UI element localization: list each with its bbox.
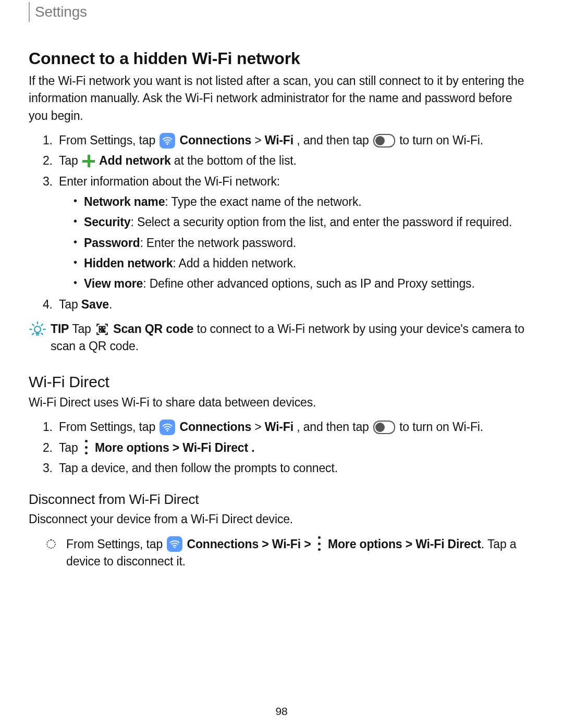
tip-row: TIP Tap Scan QR code to connect to a Wi-…: [29, 320, 534, 355]
page-header: Settings: [29, 0, 534, 22]
wifi-label: Wi-Fi: [272, 537, 301, 551]
connections-label: Connections: [180, 133, 252, 147]
svg-point-1: [34, 326, 41, 332]
header-title: Settings: [35, 4, 87, 20]
svg-point-5: [167, 430, 168, 431]
subitem-password: Password: Enter the network password.: [74, 235, 534, 252]
subitem-security: Security: Select a security option from …: [74, 214, 534, 231]
wifi-label: Wi-Fi: [265, 420, 293, 434]
section-hidden-wifi-intro: If the Wi-Fi network you want is not lis…: [29, 72, 534, 125]
section-wifi-direct-steps: From Settings, tap Connections > Wi-Fi ,…: [45, 418, 534, 477]
tip-body: TIP Tap Scan QR code to connect to a Wi-…: [51, 320, 534, 355]
qr-icon: [95, 323, 109, 336]
subitem-network-name: Network name: Type the exact name of the…: [74, 193, 534, 211]
wifi-label: Wi-Fi: [265, 133, 293, 147]
step-1: From Settings, tap Connections > Wi-Fi ,…: [56, 132, 534, 149]
subitem-view-more: View more: Define other advanced options…: [74, 275, 534, 292]
svg-rect-4: [100, 330, 102, 332]
add-network-label: Add network: [99, 154, 171, 167]
svg-point-0: [167, 143, 168, 145]
wifi-direct-label: Wi-Fi Direct: [415, 537, 481, 551]
more-options-label: More options: [328, 537, 402, 551]
section-hidden-wifi-title: Connect to a hidden Wi-Fi network: [29, 49, 534, 68]
svg-point-6: [174, 547, 176, 548]
section-hidden-wifi-steps: From Settings, tap Connections > Wi-Fi ,…: [45, 132, 534, 313]
step-3: Enter information about the Wi-Fi networ…: [56, 173, 534, 293]
step-3-subitems: Network name: Type the exact name of the…: [74, 193, 534, 293]
wifi-direct-label: Wi-Fi Direct: [182, 441, 248, 454]
toggle-off-icon: [373, 134, 395, 147]
section-disconnect-title: Disconnect from Wi-Fi Direct: [29, 491, 534, 508]
wd-step-2: Tap More options > Wi-Fi Direct .: [56, 439, 534, 456]
lightbulb-icon: [29, 320, 46, 338]
subitem-hidden: Hidden network: Add a hidden network.: [74, 255, 534, 272]
section-disconnect-step: From Settings, tap Connections > Wi-Fi >…: [29, 536, 534, 571]
more-options-icon: [83, 440, 90, 454]
wd-step-3: Tap a device, and then follow the prompt…: [56, 460, 534, 477]
save-label: Save: [81, 298, 109, 311]
wifi-icon: [167, 536, 182, 552]
disconnect-step: From Settings, tap Connections > Wi-Fi >…: [43, 536, 534, 571]
svg-rect-3: [103, 327, 105, 329]
wifi-icon: [160, 419, 175, 435]
step-2: Tap Add network at the bottom of the lis…: [56, 152, 534, 169]
section-disconnect-intro: Disconnect your device from a Wi-Fi Dire…: [29, 511, 534, 528]
section-wifi-direct-title: Wi-Fi Direct: [29, 373, 534, 391]
tip-label: TIP: [51, 322, 69, 336]
svg-rect-2: [100, 327, 102, 329]
connections-label: Connections: [187, 537, 259, 551]
step-4: Tap Save.: [56, 296, 534, 313]
scan-qr-label: Scan QR code: [113, 322, 193, 336]
more-options-icon: [316, 536, 323, 551]
header-divider: [29, 2, 30, 22]
wd-step-1: From Settings, tap Connections > Wi-Fi ,…: [56, 418, 534, 436]
more-options-label: More options: [95, 441, 169, 454]
connections-label: Connections: [180, 420, 252, 434]
page-number: 98: [0, 705, 563, 718]
wifi-icon: [160, 133, 175, 149]
plus-icon: [82, 155, 95, 167]
toggle-off-icon: [373, 421, 395, 434]
section-wifi-direct-intro: Wi-Fi Direct uses Wi-Fi to share data be…: [29, 394, 534, 411]
